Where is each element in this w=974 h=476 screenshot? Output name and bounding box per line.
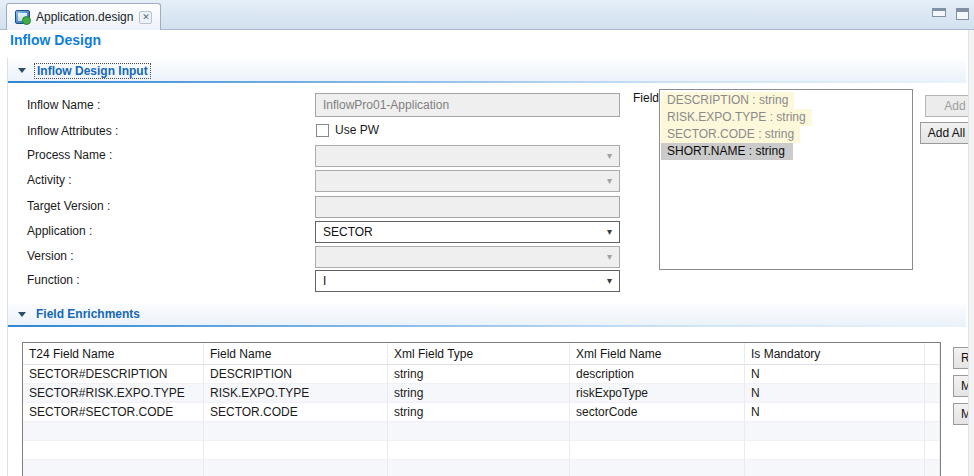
cell-is-mandatory: N <box>745 384 925 403</box>
chevron-down-icon: ▾ <box>607 151 612 161</box>
maximize-icon[interactable] <box>956 8 969 20</box>
field-list[interactable]: DESCRIPTION : string RISK.EXPO.TYPE : st… <box>659 89 913 270</box>
add-all-button[interactable]: Add All <box>920 122 973 144</box>
column-header[interactable]: Is Mandatory <box>745 343 925 365</box>
column-header[interactable]: Xml Field Type <box>388 343 570 365</box>
label-version: Version : <box>27 249 74 263</box>
list-item-selected[interactable]: SHORT.NAME : string <box>661 143 793 160</box>
table-header-row: T24 Field Name Field Name Xml Field Type… <box>23 343 940 365</box>
table-row-empty[interactable] <box>23 460 940 476</box>
collapse-triangle-icon[interactable] <box>18 312 26 317</box>
design-file-icon <box>15 10 30 24</box>
cell-filler <box>925 403 940 422</box>
application-value: SECTOR <box>323 225 373 239</box>
cell-field-name: RISK.EXPO.TYPE <box>204 384 388 403</box>
section-inflow-design-input[interactable]: Inflow Design Input <box>8 59 966 83</box>
cell-field-name: DESCRIPTION <box>204 365 388 384</box>
editor-window: Application.design ✕ Inflow Design Inflo… <box>0 0 974 476</box>
minimize-icon[interactable] <box>932 8 946 17</box>
label-activity: Activity : <box>27 173 72 187</box>
section-title-field-enrichments[interactable]: Field Enrichments <box>34 307 142 321</box>
cell-xml-field-type: string <box>388 365 570 384</box>
table-row[interactable]: SECTOR#DESCRIPTION DESCRIPTION string de… <box>23 365 940 384</box>
chevron-down-icon: ▾ <box>607 276 612 286</box>
function-select[interactable]: I ▾ <box>315 270 620 292</box>
add-button: Add <box>925 95 974 117</box>
chevron-down-icon: ▾ <box>607 227 612 237</box>
cell-t24-field-name: SECTOR#RISK.EXPO.TYPE <box>23 384 204 403</box>
field-enrichments-table[interactable]: T24 Field Name Field Name Xml Field Type… <box>22 342 941 476</box>
target-version-field <box>315 196 620 218</box>
cell-is-mandatory: N <box>745 403 925 422</box>
cell-filler <box>925 365 940 384</box>
cell-filler <box>925 384 940 403</box>
function-value: I <box>323 274 326 288</box>
tab-close-icon[interactable]: ✕ <box>139 11 152 24</box>
collapse-triangle-icon[interactable] <box>18 68 26 73</box>
cell-xml-field-type: string <box>388 384 570 403</box>
label-target-version: Target Version : <box>27 199 110 213</box>
vertical-scrollbar[interactable] <box>968 30 974 476</box>
column-header[interactable]: Field Name <box>204 343 388 365</box>
column-header[interactable]: T24 Field Name <box>23 343 204 365</box>
field-list-label: Field: <box>633 91 662 105</box>
tab-title: Application.design <box>36 10 133 24</box>
use-pw-checkbox[interactable] <box>316 124 329 137</box>
cell-xml-field-name: sectorCode <box>570 403 745 422</box>
column-header[interactable]: Xml Field Name <box>570 343 745 365</box>
section-field-enrichments[interactable]: Field Enrichments <box>8 303 966 327</box>
cell-t24-field-name: SECTOR#DESCRIPTION <box>23 365 204 384</box>
cell-xml-field-name: riskExpoType <box>570 384 745 403</box>
label-inflow-name: Inflow Name : <box>27 98 100 112</box>
activity-select: ▾ <box>315 170 620 192</box>
table-row[interactable]: SECTOR#RISK.EXPO.TYPE RISK.EXPO.TYPE str… <box>23 384 940 403</box>
label-process-name: Process Name : <box>27 148 112 162</box>
form-left-edge <box>7 58 8 476</box>
list-item[interactable]: DESCRIPTION : string <box>661 92 794 109</box>
cell-t24-field-name: SECTOR#SECTOR.CODE <box>23 403 204 422</box>
tab-application-design[interactable]: Application.design ✕ <box>6 3 161 30</box>
page-title: Inflow Design <box>10 32 101 48</box>
table-row-empty[interactable] <box>23 441 940 460</box>
chevron-down-icon: ▾ <box>607 252 612 262</box>
label-inflow-attributes: Inflow Attributes : <box>27 124 118 138</box>
cell-field-name: SECTOR.CODE <box>204 403 388 422</box>
process-name-select: ▾ <box>315 145 620 167</box>
inflow-name-value: InflowPro01-Application <box>323 98 449 112</box>
version-select: ▾ <box>315 246 620 268</box>
inflow-name-field: InflowPro01-Application <box>315 93 620 117</box>
cell-xml-field-type: string <box>388 403 570 422</box>
label-application: Application : <box>27 224 92 238</box>
use-pw-label: Use PW <box>335 123 379 137</box>
list-item[interactable]: RISK.EXPO.TYPE : string <box>661 109 812 126</box>
list-item[interactable]: SECTOR.CODE : string <box>661 126 800 143</box>
application-select[interactable]: SECTOR ▾ <box>315 221 620 243</box>
use-pw-checkbox-row[interactable]: Use PW <box>316 123 379 137</box>
table-row-empty[interactable] <box>23 422 940 441</box>
table-row[interactable]: SECTOR#SECTOR.CODE SECTOR.CODE string se… <box>23 403 940 422</box>
cell-xml-field-name: description <box>570 365 745 384</box>
column-header-filler <box>925 343 940 365</box>
cell-is-mandatory: N <box>745 365 925 384</box>
chevron-down-icon: ▾ <box>607 176 612 186</box>
editor-tab-bar: Application.design ✕ <box>0 0 974 30</box>
label-function: Function : <box>27 273 80 287</box>
section-title-inflow-design-input[interactable]: Inflow Design Input <box>34 63 151 79</box>
